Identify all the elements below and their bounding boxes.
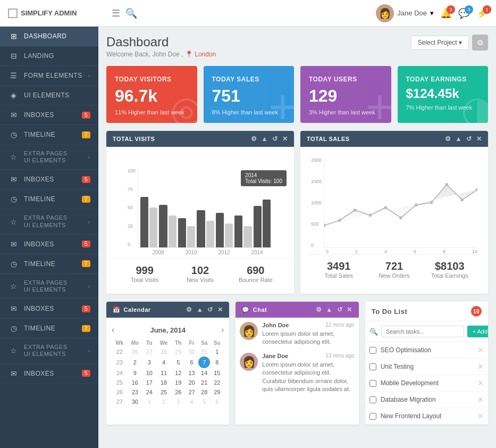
- sidebar-item-inboxes-5[interactable]: ✉ INBOXES 5: [0, 364, 98, 384]
- cal-cell[interactable]: 29: [210, 387, 224, 397]
- cal-cell[interactable]: 4: [156, 356, 171, 368]
- cal-cell[interactable]: 28: [198, 387, 210, 397]
- cal-cell[interactable]: 18: [156, 378, 171, 387]
- cal-cell[interactable]: 2: [156, 397, 171, 406]
- todo-del-1[interactable]: ✕: [477, 346, 484, 354]
- todo-del-2[interactable]: ✕: [477, 362, 484, 371]
- sidebar-item-timeline-1[interactable]: ◷ TIMELINE 7: [0, 125, 98, 145]
- cal-today[interactable]: 7: [198, 356, 210, 368]
- cal-next-btn[interactable]: ›: [221, 325, 224, 335]
- cal-cell[interactable]: 2: [128, 356, 143, 368]
- cal-cell[interactable]: 27: [142, 347, 156, 356]
- sidebar-item-timeline-3[interactable]: ◷ TIMELINE 7: [0, 254, 98, 274]
- hamburger-icon[interactable]: ☰: [112, 7, 120, 19]
- cal-cell[interactable]: 11: [156, 368, 171, 378]
- sidebar-item-dashboard[interactable]: ⊞ DASHBOARD: [0, 27, 98, 46]
- todo-del-5[interactable]: ✕: [477, 412, 484, 420]
- sidebar-item-landing[interactable]: ⊟ LANDING: [0, 46, 98, 66]
- sidebar-item-inboxes-4[interactable]: ✉ INBOXES 5: [0, 299, 98, 319]
- sidebar-item-extra-3[interactable]: ☆ EXTRA PAGESUI ELEMENTS ›: [0, 274, 98, 299]
- select-project-dropdown[interactable]: Select Project ▾: [411, 36, 469, 49]
- extra-icon-2: ☆: [8, 218, 20, 226]
- todo-check-2[interactable]: [369, 363, 376, 370]
- chat-up-icon[interactable]: ▲: [326, 306, 332, 313]
- cal-cell[interactable]: 26: [172, 387, 185, 397]
- cal-cell[interactable]: 8: [210, 356, 224, 368]
- ts-up-icon[interactable]: ▲: [456, 135, 462, 143]
- cal-refresh-icon[interactable]: ↺: [207, 306, 213, 313]
- sidebar-item-timeline-2[interactable]: ◷ TIMELINE 7: [0, 189, 98, 209]
- sidebar-item-extra-2[interactable]: ☆ EXTRA PAGESUI ELEMENTS ›: [0, 209, 98, 234]
- cal-cell[interactable]: 10: [142, 368, 156, 378]
- cal-cell[interactable]: 13: [185, 368, 198, 378]
- tv-gear-icon[interactable]: ⚙: [251, 135, 257, 143]
- inbox-icon-4: ✉: [8, 304, 20, 313]
- notification-btn-2[interactable]: 💬 3: [458, 7, 470, 19]
- cal-gear-icon[interactable]: ⚙: [186, 306, 192, 313]
- cal-cell[interactable]: 4: [185, 397, 198, 406]
- chat-gear-icon[interactable]: ⚙: [316, 306, 322, 313]
- sidebar-item-form[interactable]: ☰ FORM ELEMENTS ›: [0, 66, 98, 86]
- ts-close-icon[interactable]: ✕: [476, 135, 482, 143]
- sidebar-item-ui[interactable]: ◈ UI ELEMENTS: [0, 86, 98, 105]
- cal-cell[interactable]: 21: [198, 378, 210, 387]
- cal-up-icon[interactable]: ▲: [197, 306, 203, 313]
- chat-close-icon[interactable]: ✕: [347, 306, 352, 313]
- todo-del-3[interactable]: ✕: [477, 379, 484, 387]
- notification-btn-3[interactable]: ⚡ 1: [476, 7, 488, 19]
- cal-cell[interactable]: 6: [210, 397, 224, 406]
- add-task-btn[interactable]: + Add Task: [467, 326, 488, 337]
- cal-cell[interactable]: 28: [156, 347, 171, 356]
- cal-cell[interactable]: 25: [156, 387, 171, 397]
- cal-cell[interactable]: 3: [172, 397, 185, 406]
- ts-refresh-icon[interactable]: ↺: [466, 135, 472, 143]
- sidebar-item-extra-4[interactable]: ☆ EXTRA PAGESUI ELEMENTS ›: [0, 338, 98, 363]
- cal-cell[interactable]: 14: [198, 368, 210, 378]
- cal-cell[interactable]: 15: [210, 368, 224, 378]
- cal-cell[interactable]: 26: [128, 347, 143, 356]
- todo-check-5[interactable]: [369, 413, 376, 420]
- todo-del-4[interactable]: ✕: [477, 395, 484, 404]
- sidebar-item-extra-1[interactable]: ☆ EXTRA PAGESUI ELEMENTS ›: [0, 145, 98, 170]
- tv-up-icon[interactable]: ▲: [262, 135, 268, 143]
- cal-cell[interactable]: 24: [142, 387, 156, 397]
- tv-close-icon[interactable]: ✕: [282, 135, 288, 143]
- cal-row-6: 27 30 1 2 3 4 5 6: [112, 397, 224, 406]
- cal-cell[interactable]: 9: [128, 368, 143, 378]
- cal-cell[interactable]: 6: [185, 356, 198, 368]
- cal-cell[interactable]: 30: [185, 347, 198, 356]
- cal-close-icon[interactable]: ✕: [217, 306, 223, 313]
- cal-cell[interactable]: 1: [142, 397, 156, 406]
- cal-cell[interactable]: 19: [172, 378, 185, 387]
- cal-cell[interactable]: 31: [198, 347, 210, 356]
- cal-cell[interactable]: 5: [198, 397, 210, 406]
- cal-cell[interactable]: 30: [128, 397, 143, 406]
- todo-check-1[interactable]: [369, 347, 376, 354]
- sidebar-item-inboxes-3[interactable]: ✉ INBOXES 5: [0, 235, 98, 254]
- notification-btn-1[interactable]: 🔔 2: [440, 7, 452, 19]
- chat-refresh-icon[interactable]: ↺: [337, 306, 343, 313]
- dashboard-settings-btn[interactable]: ⚙: [472, 35, 488, 51]
- cal-cell[interactable]: 20: [185, 378, 198, 387]
- cal-cell[interactable]: 23: [128, 387, 143, 397]
- sidebar-item-inboxes-1[interactable]: ✉ INBOXES 5: [0, 105, 98, 125]
- cal-cell[interactable]: 17: [142, 378, 156, 387]
- cal-cell[interactable]: 12: [172, 368, 185, 378]
- cal-cell[interactable]: 29: [172, 347, 185, 356]
- todo-check-3[interactable]: [369, 380, 376, 387]
- sidebar-item-timeline-4[interactable]: ◷ TIMELINE 7: [0, 319, 98, 338]
- sidebar-item-inboxes-2[interactable]: ✉ INBOXES 5: [0, 170, 98, 189]
- tv-refresh-icon[interactable]: ↺: [272, 135, 278, 143]
- cal-cell[interactable]: 16: [128, 378, 143, 387]
- todo-search-input[interactable]: [381, 326, 464, 337]
- cal-prev-btn[interactable]: ‹: [112, 325, 114, 335]
- user-menu[interactable]: 👩 Jane Doe ▾: [376, 4, 434, 22]
- ts-gear-icon[interactable]: ⚙: [445, 135, 451, 143]
- cal-cell[interactable]: 3: [142, 356, 156, 368]
- cal-cell[interactable]: 1: [210, 347, 224, 356]
- search-icon[interactable]: 🔍: [125, 7, 137, 19]
- cal-cell[interactable]: 22: [210, 378, 224, 387]
- cal-cell[interactable]: 27: [185, 387, 198, 397]
- todo-check-4[interactable]: [369, 396, 376, 403]
- cal-cell[interactable]: 5: [172, 356, 185, 368]
